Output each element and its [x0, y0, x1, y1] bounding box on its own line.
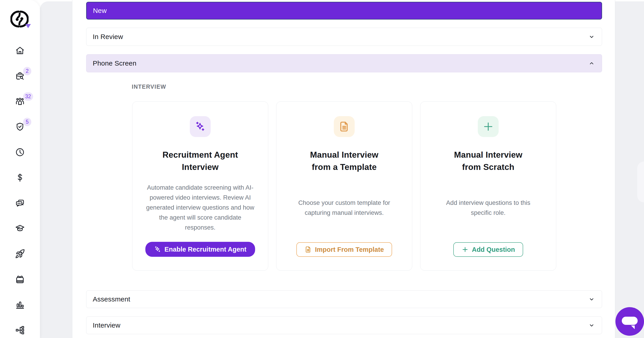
clock-icon: [15, 147, 25, 157]
card-title: Manual Interview from Scratch: [454, 149, 522, 173]
home-icon: [15, 46, 25, 56]
card-description: Automate candidate screening with AI-pow…: [146, 183, 255, 232]
card-description: Add interview questions to this specific…: [437, 198, 539, 218]
app-root: 2 32 5: [0, 0, 644, 338]
sidebar-item-home[interactable]: [15, 46, 25, 56]
enable-recruitment-agent-button[interactable]: Enable Recruitment Agent: [145, 242, 255, 257]
card-description: Choose your custom template for capturin…: [289, 198, 400, 218]
approvals-count-badge: 5: [23, 118, 31, 126]
accordion-header-new[interactable]: New: [86, 2, 602, 20]
right-edge-handle[interactable]: [637, 162, 644, 202]
interview-section-label: INTERVIEW: [132, 84, 166, 90]
card-manual-interview-template: Manual Interview from a Template Choose …: [276, 101, 412, 271]
card-description-wrap: Automate candidate screening with AI-pow…: [146, 173, 255, 242]
sidebar-item-jobs[interactable]: 2: [15, 71, 25, 81]
accordion-header-phone-screen[interactable]: Phone Screen: [86, 54, 602, 72]
document-icon: [304, 246, 312, 253]
plus-icon: [482, 121, 494, 133]
accordion-label-interview: Interview: [93, 321, 120, 329]
card-icon-box: [334, 116, 355, 137]
accordion-label-new: New: [93, 7, 107, 15]
sidebar-item-billing[interactable]: [15, 173, 25, 183]
graduation-cap-icon: [15, 223, 25, 233]
sidebar-item-candidates[interactable]: 32: [15, 96, 25, 106]
sidebar-item-rewards[interactable]: [15, 274, 25, 284]
rocket-icon: [15, 249, 25, 259]
chevron-down-icon: [588, 322, 595, 329]
card-manual-interview-scratch: Manual Interview from Scratch Add interv…: [420, 101, 556, 271]
gift-icon: [15, 274, 25, 284]
bar-chart-icon: [15, 300, 25, 310]
chat-widget-button[interactable]: [616, 307, 644, 336]
chat-bubble-icon: [622, 317, 638, 325]
sidebar-item-history[interactable]: [15, 147, 25, 157]
sidebar-item-launch[interactable]: [15, 249, 25, 259]
card-icon-box: [478, 116, 499, 137]
sidebar-item-org-chart[interactable]: [15, 325, 25, 335]
plus-icon: [462, 246, 469, 253]
chat-bubble-tail-icon: [631, 325, 635, 329]
chat-bubbles-icon: [15, 198, 25, 208]
sidebar-item-learning[interactable]: [15, 223, 25, 233]
chevron-down-icon: [588, 296, 595, 303]
accordion-label-phone-screen: Phone Screen: [93, 60, 136, 67]
sparkles-icon: [154, 246, 161, 253]
card-title: Recruitment Agent Interview: [162, 149, 238, 173]
chevron-up-icon: [588, 60, 595, 67]
accordion-header-in-review[interactable]: In Review: [86, 28, 602, 46]
sidebar-item-messages[interactable]: [15, 198, 25, 208]
sidebar-nav: 2 32 5: [0, 46, 40, 335]
accordion-header-assessment[interactable]: Assessment: [86, 290, 602, 308]
button-label: Add Question: [472, 246, 515, 253]
document-icon: [338, 121, 350, 133]
import-from-template-button[interactable]: Import From Template: [296, 242, 392, 257]
button-label: Enable Recruitment Agent: [164, 246, 246, 253]
jobs-count-badge: 2: [23, 67, 31, 75]
workspace-switcher-caret-icon[interactable]: [26, 24, 31, 28]
card-description-wrap: Choose your custom template for capturin…: [289, 173, 400, 242]
interview-options-cards: Recruitment Agent Interview Automate can…: [132, 101, 556, 271]
accordion-label-in-review: In Review: [93, 33, 123, 41]
card-title: Manual Interview from a Template: [310, 149, 378, 173]
org-chart-icon: [15, 325, 25, 335]
sparkles-icon: [194, 121, 206, 133]
accordion-label-assessment: Assessment: [93, 295, 130, 303]
accordion-header-interview[interactable]: Interview: [86, 316, 602, 334]
chevron-down-icon: [588, 33, 595, 40]
button-label: Import From Template: [315, 246, 384, 253]
sidebar-item-analytics[interactable]: [15, 300, 25, 310]
card-description-wrap: Add interview questions to this specific…: [437, 173, 539, 242]
candidates-count-badge: 32: [23, 92, 33, 101]
add-question-button[interactable]: Add Question: [453, 242, 523, 257]
card-icon-box: [190, 116, 211, 137]
card-recruitment-agent-interview: Recruitment Agent Interview Automate can…: [132, 101, 268, 271]
sidebar-item-approvals[interactable]: 5: [15, 122, 25, 132]
dollar-icon: [15, 173, 25, 183]
sidebar: 2 32 5: [0, 0, 40, 338]
